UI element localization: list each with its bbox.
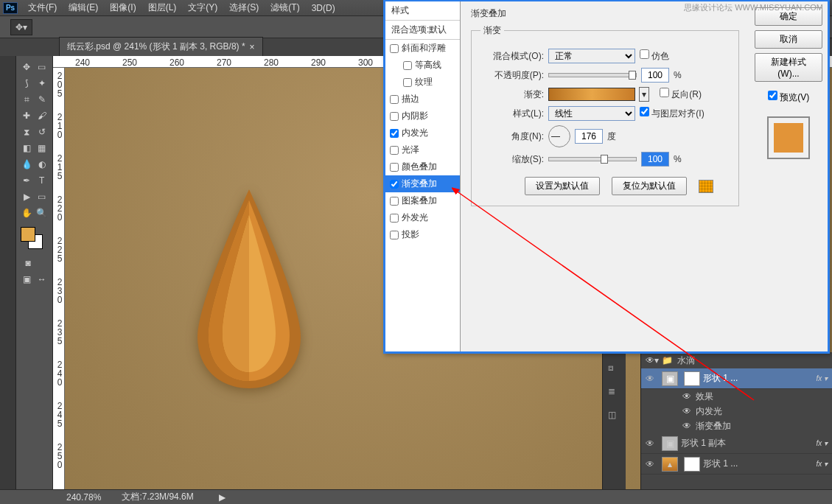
style-item-颜色叠加[interactable]: 颜色叠加 bbox=[385, 158, 460, 175]
reverse-checkbox[interactable]: 反向(R) bbox=[660, 88, 702, 101]
color-swatches[interactable] bbox=[19, 227, 49, 252]
pen-tool[interactable]: ✒ bbox=[20, 173, 34, 188]
style-item-光泽[interactable]: 光泽 bbox=[385, 141, 460, 158]
style-checkbox[interactable] bbox=[390, 214, 399, 223]
menu-filter[interactable]: 滤镜(T) bbox=[265, 1, 305, 14]
eye-icon[interactable]: 👁 bbox=[646, 355, 654, 365]
fx-badge[interactable]: fx ▾ bbox=[816, 439, 828, 447]
style-checkbox[interactable] bbox=[390, 180, 399, 189]
styles-header[interactable]: 样式 bbox=[385, 1, 460, 21]
gradient-tool[interactable]: ▦ bbox=[35, 141, 49, 155]
style-checkbox[interactable] bbox=[390, 95, 399, 104]
new-style-button[interactable]: 新建样式(W)... bbox=[755, 53, 822, 82]
make-default-button[interactable]: 设置为默认值 bbox=[525, 177, 600, 195]
document-tab[interactable]: 纸云彩.psd @ 241% (形状 1 副本 3, RGB/8) * × bbox=[59, 37, 263, 56]
eraser-tool[interactable]: ◧ bbox=[20, 141, 34, 155]
eye-icon[interactable]: 👁 bbox=[646, 459, 659, 469]
fx-badge[interactable]: fx ▾ bbox=[816, 460, 828, 468]
chevron-down-icon[interactable]: ▾ bbox=[654, 355, 659, 365]
scale-slider[interactable] bbox=[548, 157, 637, 161]
style-checkbox[interactable] bbox=[390, 44, 399, 53]
scale-input[interactable] bbox=[641, 152, 669, 167]
angle-input[interactable] bbox=[575, 129, 603, 144]
style-item-图案叠加[interactable]: 图案叠加 bbox=[385, 192, 460, 209]
hand-tool[interactable]: ✋ bbox=[20, 206, 34, 220]
wand-tool[interactable]: ✦ bbox=[35, 76, 49, 91]
style-checkbox[interactable] bbox=[390, 146, 399, 155]
layer-row[interactable]: 👁 ▣ 形状 1 ... fx ▾ bbox=[641, 368, 832, 389]
align-checkbox[interactable]: 与图层对齐(I) bbox=[640, 107, 705, 120]
style-item-纹理[interactable]: 纹理 bbox=[385, 74, 460, 91]
layer-effect-item[interactable]: 👁 渐变叠加 bbox=[641, 419, 832, 433]
fx-badge[interactable]: fx ▾ bbox=[816, 374, 828, 382]
crop-tool[interactable]: ⌗ bbox=[20, 92, 34, 107]
quickmask-icon[interactable]: ◙ bbox=[20, 256, 36, 270]
path-select-tool[interactable]: ▶ bbox=[20, 189, 34, 204]
menu-file[interactable]: 文件(F) bbox=[22, 1, 63, 14]
menu-type[interactable]: 文字(Y) bbox=[182, 1, 223, 14]
screenmode-icon[interactable]: ▣ bbox=[20, 272, 34, 287]
heal-tool[interactable]: ✚ bbox=[20, 108, 34, 123]
eye-icon[interactable]: 👁 bbox=[682, 391, 691, 402]
layer-group[interactable]: 👁 ▾ 📁 水滴 bbox=[641, 352, 832, 368]
style-checkbox[interactable] bbox=[390, 112, 399, 121]
foreground-color-swatch[interactable] bbox=[21, 227, 35, 242]
menu-layer[interactable]: 图层(L) bbox=[142, 1, 183, 14]
gradient-dropdown-icon[interactable]: ▾ bbox=[639, 87, 649, 102]
style-checkbox[interactable] bbox=[390, 197, 399, 206]
type-tool[interactable]: T bbox=[35, 173, 49, 188]
gradient-preview[interactable] bbox=[548, 88, 635, 101]
move-tool[interactable]: ✥ bbox=[20, 60, 34, 74]
style-item-外发光[interactable]: 外发光 bbox=[385, 209, 460, 226]
eyedropper-tool[interactable]: ✎ bbox=[35, 92, 49, 107]
lasso-tool[interactable]: ⟆ bbox=[20, 76, 34, 91]
arrange-icon[interactable]: ↔ bbox=[35, 272, 49, 287]
blending-options-header[interactable]: 混合选项:默认 bbox=[385, 21, 460, 40]
style-item-渐变叠加[interactable]: 渐变叠加 bbox=[385, 175, 460, 192]
preview-checkbox[interactable]: 预览(V) bbox=[768, 91, 809, 104]
blur-tool[interactable]: 💧 bbox=[20, 157, 34, 172]
zoom-level[interactable]: 240.78% bbox=[66, 492, 101, 503]
angle-dial[interactable] bbox=[548, 125, 570, 147]
style-checkbox[interactable] bbox=[390, 231, 399, 239]
menu-select[interactable]: 选择(S) bbox=[223, 1, 265, 14]
style-checkbox[interactable] bbox=[390, 129, 399, 138]
swatches-panel-icon[interactable]: ◫ bbox=[608, 410, 621, 423]
brush-tool[interactable]: 🖌 bbox=[35, 108, 49, 123]
cube-icon[interactable]: ⧈ bbox=[608, 363, 621, 376]
close-icon[interactable]: × bbox=[250, 42, 255, 52]
layer-effects-header[interactable]: 👁 效果 bbox=[641, 389, 832, 404]
history-brush-tool[interactable]: ↺ bbox=[35, 125, 49, 139]
marquee-tool[interactable]: ▭ bbox=[35, 60, 49, 74]
blend-mode-select[interactable]: 正常 bbox=[548, 49, 635, 63]
style-item-等高线[interactable]: 等高线 bbox=[385, 57, 460, 74]
eye-icon[interactable]: 👁 bbox=[682, 421, 691, 431]
dodge-tool[interactable]: ◐ bbox=[35, 157, 49, 172]
style-item-投影[interactable]: 投影 bbox=[385, 226, 460, 243]
eye-icon[interactable]: 👁 bbox=[646, 374, 659, 384]
menu-3d[interactable]: 3D(D) bbox=[306, 3, 341, 13]
zoom-tool[interactable]: 🔍 bbox=[35, 206, 49, 220]
layer-row[interactable]: 👁 ▣ 形状 1 副本 fx ▾ bbox=[641, 433, 832, 454]
opacity-input[interactable] bbox=[641, 68, 669, 83]
style-item-内发光[interactable]: 内发光 bbox=[385, 125, 460, 141]
style-select[interactable]: 线性 bbox=[548, 106, 635, 121]
opacity-slider[interactable] bbox=[548, 73, 637, 77]
stamp-tool[interactable]: ⧗ bbox=[20, 125, 34, 139]
reset-default-button[interactable]: 复位为默认值 bbox=[612, 177, 687, 195]
shape-tool[interactable]: ▭ bbox=[35, 189, 49, 204]
style-item-描边[interactable]: 描边 bbox=[385, 91, 460, 108]
eye-icon[interactable]: 👁 bbox=[682, 406, 691, 416]
style-checkbox[interactable] bbox=[403, 78, 412, 87]
layer-effect-item[interactable]: 👁 内发光 bbox=[641, 404, 832, 419]
style-checkbox[interactable] bbox=[390, 163, 399, 172]
style-item-斜面和浮雕[interactable]: 斜面和浮雕 bbox=[385, 40, 460, 57]
grid-icon[interactable] bbox=[699, 180, 713, 193]
layers-icon[interactable]: ≣ bbox=[608, 386, 621, 399]
menu-image[interactable]: 图像(I) bbox=[104, 1, 141, 14]
eye-icon[interactable]: 👁 bbox=[646, 438, 659, 449]
current-tool-indicator[interactable]: ✥▾ bbox=[10, 19, 32, 35]
dither-checkbox[interactable]: 仿色 bbox=[640, 49, 669, 63]
style-item-内阴影[interactable]: 内阴影 bbox=[385, 108, 460, 125]
menu-edit[interactable]: 编辑(E) bbox=[63, 1, 104, 14]
